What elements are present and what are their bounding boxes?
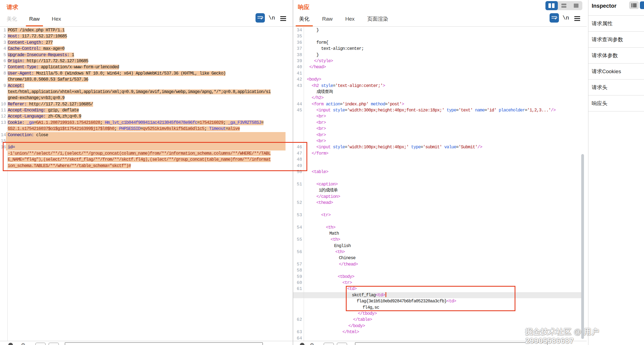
- search-target-icon[interactable]: [300, 343, 305, 345]
- code-line: Host: 117.72.52.127:10685: [6, 33, 286, 39]
- code-text: =: [225, 126, 228, 131]
- code-text: </table>: [353, 317, 372, 322]
- code-row: 11Accept-Encoding: gzip, deflate: [0, 107, 286, 113]
- tab-response-hex[interactable]: Hex: [345, 13, 355, 26]
- code-row: </caption>: [293, 194, 581, 200]
- tab-request-beautify[interactable]: 美化: [7, 13, 17, 26]
- code-line: Chinese: [302, 255, 581, 261]
- code-line: </head>: [302, 64, 581, 70]
- code-text: zh-CN,zh;q=0.9: [46, 114, 81, 119]
- hamburger-menu-icon[interactable]: [280, 16, 286, 22]
- code-text: Content-Type:: [8, 65, 39, 70]
- search-next-button[interactable]: [337, 343, 347, 345]
- code-line: <th>: [302, 249, 581, 255]
- tab-response-render[interactable]: 页面渲染: [367, 13, 388, 26]
- code-text: 'Submit': [458, 145, 477, 150]
- code-text: >: [402, 102, 404, 107]
- code-text: Math: [329, 231, 339, 236]
- request-editor[interactable]: 1POST /index.php HTTP/1.12Host: 117.72.5…: [0, 27, 293, 341]
- hamburger-menu-icon[interactable]: [574, 16, 580, 22]
- code-line: <br>: [302, 113, 581, 119]
- search-next-button[interactable]: [48, 343, 59, 345]
- code-text: <br>: [316, 120, 326, 125]
- code-line: <br>: [302, 132, 581, 138]
- tab-response-beautify[interactable]: 美化: [299, 13, 309, 26]
- code-line: [302, 33, 581, 39]
- layout-toggle-group: [545, 1, 582, 10]
- inspector-item-request-body-params[interactable]: 请求体参数: [588, 48, 644, 64]
- tab-response-raw[interactable]: Raw: [322, 13, 333, 26]
- inspector-item-request-attributes[interactable]: 请求属性: [588, 16, 644, 32]
- inspector-item-request-cookies[interactable]: 请求Cookies: [588, 64, 644, 80]
- code-text: 'text-align:center;': [335, 83, 383, 88]
- code-row: 7Content-Type: application/x-www-form-ur…: [0, 64, 286, 70]
- code-row: [293, 175, 581, 181]
- code-text: gned-exchange;v=b3;q=0.9: [8, 95, 64, 100]
- code-text: Referer:: [8, 102, 27, 107]
- request-tabbar: 美化RawHex \n: [0, 13, 293, 26]
- newline-toggle-icon[interactable]: \n: [268, 15, 275, 21]
- code-line: POST /index.php HTTP/1.1: [6, 27, 286, 33]
- inspector-item-request-query-params[interactable]: 请求查询参数: [588, 32, 644, 48]
- search-input[interactable]: [65, 342, 263, 345]
- code-text: </form>: [312, 151, 328, 156]
- inspector-item-request-headers[interactable]: 请求头: [588, 80, 644, 95]
- line-number: 45: [293, 107, 302, 113]
- line-number: [293, 120, 302, 126]
- search-prev-button[interactable]: [35, 343, 46, 345]
- inspector-dock-icon[interactable]: [629, 1, 639, 9]
- code-line: Referer: http://117.72.52.127:10685/: [6, 101, 286, 107]
- gear-icon[interactable]: ⚙: [310, 342, 314, 345]
- layout-rows-button[interactable]: [558, 1, 570, 10]
- code-text: 成绩查询: [316, 89, 333, 94]
- gear-icon[interactable]: ⚙: [21, 342, 25, 345]
- code-line: <tr>: [302, 212, 581, 218]
- code-row: 53<tr>: [293, 212, 581, 218]
- inspector-expand-icon[interactable]: [640, 1, 644, 9]
- code-text: =: [340, 102, 343, 107]
- code-line: </caption>: [302, 194, 581, 200]
- code-line: <input style='width:100px;height:40px;' …: [302, 144, 581, 150]
- code-text: =: [197, 120, 200, 125]
- word-wrap-icon[interactable]: [550, 13, 559, 23]
- code-text: max-age=0: [41, 46, 64, 51]
- code-line: [302, 163, 581, 169]
- code-row: 40</head>: [293, 64, 581, 70]
- code-text: _ga: [27, 120, 34, 125]
- word-wrap-icon[interactable]: [256, 13, 265, 23]
- code-text: style: [319, 83, 333, 88]
- line-number: [0, 76, 6, 83]
- code-text: 'id': [487, 108, 496, 113]
- code-text: 'width:100px;height:40px;': [347, 145, 409, 150]
- code-text: />: [477, 145, 482, 150]
- line-number: [293, 206, 302, 212]
- code-text: <tbody>: [338, 274, 354, 279]
- newline-toggle-icon[interactable]: \n: [563, 15, 569, 21]
- line-number: [0, 126, 6, 132]
- search-target-icon[interactable]: [8, 343, 13, 345]
- line-number: [293, 305, 302, 311]
- response-panel-title: 响应: [298, 3, 309, 11]
- code-row: <br>: [293, 138, 581, 144]
- code-line: text-align:center;: [302, 46, 581, 52]
- code-line: Connection: close: [6, 132, 286, 138]
- inspector-item-response-headers[interactable]: 响应头: [588, 95, 644, 111]
- code-text: Hm_lvt_c1b044f909411ac4213045f0478e96fc: [105, 120, 197, 125]
- code-row: 3Content-Length: 277: [0, 40, 286, 46]
- search-input[interactable]: [355, 342, 548, 345]
- code-line: text/html,application/xhtml+xml,applicat…: [6, 89, 286, 95]
- layout-columns-button[interactable]: [545, 1, 558, 10]
- code-text: name: [473, 108, 485, 113]
- code-text: http://117.72.52.127:10685/: [27, 102, 93, 107]
- code-text: <br>: [316, 114, 326, 119]
- layout-single-button[interactable]: [570, 1, 582, 10]
- code-row: 34}: [293, 27, 581, 33]
- code-text: Origin:: [8, 59, 24, 64]
- code-text: 'index.php': [343, 102, 369, 107]
- code-line: 成绩查询: [302, 89, 581, 95]
- tab-request-raw[interactable]: Raw: [29, 13, 40, 26]
- search-prev-button[interactable]: [324, 343, 334, 345]
- line-number: [293, 243, 302, 249]
- tab-request-hex[interactable]: Hex: [52, 13, 61, 26]
- response-scrollbar[interactable]: [581, 154, 584, 339]
